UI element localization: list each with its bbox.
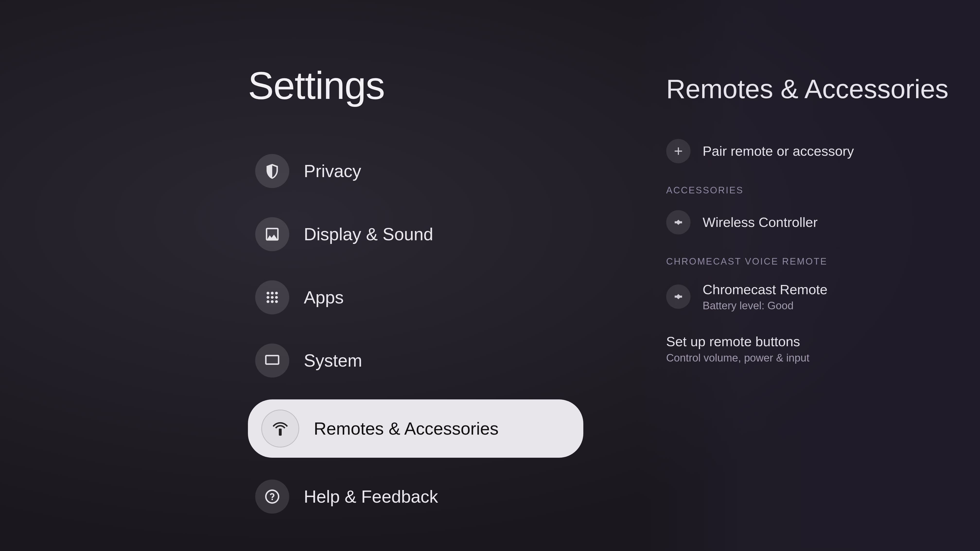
svg-point-0: [267, 292, 270, 295]
monitor-icon: [255, 343, 289, 378]
gamepad-icon: [666, 210, 690, 235]
page-title: Settings: [248, 63, 637, 108]
setup-remote-buttons-row[interactable]: Set up remote buttons Control volume, po…: [666, 333, 951, 364]
menu-label: Privacy: [304, 161, 361, 181]
menu-label: Display & Sound: [304, 224, 433, 244]
svg-point-7: [271, 300, 274, 303]
detail-panel: Remotes & Accessories Pair remote or acc…: [637, 0, 980, 551]
shield-icon: [255, 154, 289, 188]
menu-item-system[interactable]: System: [248, 336, 583, 385]
settings-screen: Settings Privacy Display & Sound Apps: [0, 0, 980, 551]
svg-point-2: [275, 292, 278, 295]
menu-item-apps[interactable]: Apps: [248, 273, 583, 322]
svg-point-6: [267, 300, 270, 303]
menu-item-privacy[interactable]: Privacy: [248, 147, 583, 195]
accessory-wireless-controller[interactable]: Wireless Controller: [666, 210, 951, 235]
menu-item-help-feedback[interactable]: Help & Feedback: [248, 472, 583, 521]
menu-label: System: [304, 351, 362, 370]
setup-subtitle: Control volume, power & input: [666, 352, 951, 364]
svg-point-4: [271, 296, 274, 299]
menu-label: Remotes & Accessories: [314, 419, 498, 438]
gamepad-icon: [666, 284, 690, 309]
pair-remote-row[interactable]: Pair remote or accessory: [666, 139, 951, 163]
detail-title: Remotes & Accessories: [666, 73, 951, 105]
remote-icon: [261, 410, 299, 448]
menu-item-remotes-accessories[interactable]: Remotes & Accessories: [248, 399, 583, 458]
menu-label: Apps: [304, 287, 344, 307]
plus-icon: [666, 139, 690, 163]
apps-icon: [255, 280, 289, 314]
section-heading-chromecast-remote: CHROMECAST VOICE REMOTE: [666, 256, 951, 267]
accessory-chromecast-remote[interactable]: Chromecast Remote Battery level: Good: [666, 281, 951, 312]
section-heading-accessories: ACCESSORIES: [666, 185, 951, 195]
svg-point-5: [275, 296, 278, 299]
help-icon: [255, 480, 289, 514]
svg-point-3: [267, 296, 270, 299]
svg-point-8: [275, 300, 278, 303]
remote-battery: Battery level: Good: [703, 300, 827, 312]
menu-item-display-sound[interactable]: Display & Sound: [248, 210, 583, 259]
menu-label: Help & Feedback: [304, 487, 438, 507]
setup-title: Set up remote buttons: [666, 333, 951, 349]
image-icon: [255, 217, 289, 251]
svg-point-1: [271, 292, 274, 295]
remote-name: Chromecast Remote: [703, 281, 827, 298]
pair-label: Pair remote or accessory: [703, 143, 854, 159]
accessory-name: Wireless Controller: [703, 214, 818, 230]
settings-menu-panel: Settings Privacy Display & Sound Apps: [0, 0, 637, 551]
